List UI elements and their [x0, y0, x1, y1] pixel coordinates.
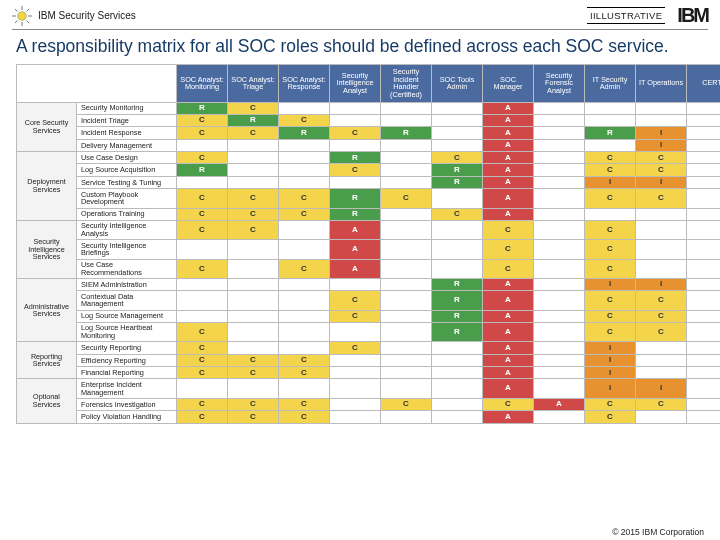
raci-cell: C — [279, 411, 330, 423]
raci-cell: C — [330, 342, 381, 354]
raci-cell — [534, 342, 585, 354]
raci-cell — [534, 208, 585, 220]
raci-cell: C — [381, 189, 432, 208]
raci-cell — [636, 240, 687, 259]
raci-cell — [279, 176, 330, 188]
raci-cell: I — [585, 379, 636, 398]
raci-cell — [381, 139, 432, 151]
raci-cell: R — [381, 127, 432, 139]
raci-cell: C — [330, 127, 381, 139]
raci-cell — [534, 259, 585, 278]
table-row: Log Source Heartbeat MonitoringCRACC — [17, 322, 721, 341]
raci-cell — [534, 411, 585, 423]
table-row: Efficiency ReportingCCCAI — [17, 354, 721, 366]
raci-cell — [687, 114, 721, 126]
raci-cell: C — [585, 398, 636, 410]
table-row: Policy Violation HandlingCCCAC — [17, 411, 721, 423]
raci-cell: A — [483, 278, 534, 290]
raci-cell: C — [228, 189, 279, 208]
raci-cell: C — [483, 259, 534, 278]
table-row: Forensics InvestigationCCCCCACC — [17, 398, 721, 410]
raci-cell: R — [330, 189, 381, 208]
raci-cell — [687, 189, 721, 208]
raci-cell: C — [177, 220, 228, 239]
raci-cell: R — [177, 164, 228, 176]
raci-cell: A — [483, 139, 534, 151]
raci-cell — [432, 127, 483, 139]
header-divider — [12, 29, 708, 30]
raci-cell: C — [177, 398, 228, 410]
table-row: Log Source AcquisitionRCRACC — [17, 164, 721, 176]
raci-cell: A — [483, 164, 534, 176]
raci-cell — [381, 291, 432, 310]
raci-cell — [330, 379, 381, 398]
raci-cell: C — [585, 152, 636, 164]
raci-cell: C — [585, 291, 636, 310]
service-name: SIEM Administration — [77, 278, 177, 290]
raci-cell — [279, 220, 330, 239]
service-name: Log Source Management — [77, 310, 177, 322]
service-name: Enterprise Incident Management — [77, 379, 177, 398]
raci-cell — [534, 322, 585, 341]
table-row: Reporting ServicesSecurity ReportingCCAI — [17, 342, 721, 354]
raci-cell: C — [279, 259, 330, 278]
table-row: Administrative ServicesSIEM Administrati… — [17, 278, 721, 290]
page-title: A responsibility matrix for all SOC role… — [0, 36, 720, 64]
raci-table: SOC Analyst: Monitoring SOC Analyst: Tri… — [16, 64, 720, 424]
raci-cell: C — [177, 354, 228, 366]
raci-cell — [330, 278, 381, 290]
raci-cell — [279, 164, 330, 176]
raci-cell — [534, 240, 585, 259]
raci-cell — [432, 259, 483, 278]
header-blank — [17, 64, 177, 102]
raci-cell: I — [585, 176, 636, 188]
raci-cell: C — [177, 367, 228, 379]
table-row: Log Source ManagementCRACC — [17, 310, 721, 322]
table-row: Use Case RecommendationsCCACC — [17, 259, 721, 278]
raci-cell — [381, 259, 432, 278]
raci-cell: C — [279, 367, 330, 379]
service-name: Use Case Design — [77, 152, 177, 164]
raci-cell: A — [330, 220, 381, 239]
raci-cell: A — [483, 411, 534, 423]
raci-cell: C — [585, 411, 636, 423]
raci-cell: C — [177, 127, 228, 139]
raci-cell — [687, 220, 721, 239]
raci-cell — [534, 367, 585, 379]
raci-cell — [585, 102, 636, 114]
raci-cell: C — [279, 354, 330, 366]
service-name: Incident Triage — [77, 114, 177, 126]
raci-cell: C — [330, 291, 381, 310]
raci-cell — [636, 411, 687, 423]
raci-cell: A — [483, 310, 534, 322]
raci-cell — [636, 208, 687, 220]
raci-cell — [177, 379, 228, 398]
ibm-logo: IBM — [677, 4, 708, 27]
raci-cell: C — [228, 220, 279, 239]
raci-cell: A — [483, 176, 534, 188]
raci-cell — [687, 322, 721, 341]
raci-cell: C — [585, 189, 636, 208]
service-name: Log Source Acquisition — [77, 164, 177, 176]
raci-cell — [687, 139, 721, 151]
raci-cell — [177, 240, 228, 259]
raci-cell: C — [177, 342, 228, 354]
raci-cell: C — [432, 208, 483, 220]
raci-cell — [534, 102, 585, 114]
service-group: Administrative Services — [17, 278, 77, 341]
table-row: Delivery ManagementAI — [17, 139, 721, 151]
table-row: Incident TriageCRCA — [17, 114, 721, 126]
raci-cell — [636, 114, 687, 126]
svg-line-7 — [27, 9, 30, 12]
raci-cell: I — [636, 379, 687, 398]
raci-cell — [534, 189, 585, 208]
illustrative-badge: IILLUSTRATIVE — [587, 7, 665, 24]
smarter-planet-icon — [12, 6, 32, 26]
raci-cell — [279, 240, 330, 259]
raci-cell — [687, 127, 721, 139]
raci-cell: C — [636, 398, 687, 410]
raci-cell: A — [483, 189, 534, 208]
raci-cell — [687, 379, 721, 398]
raci-cell: R — [432, 164, 483, 176]
raci-cell — [534, 278, 585, 290]
